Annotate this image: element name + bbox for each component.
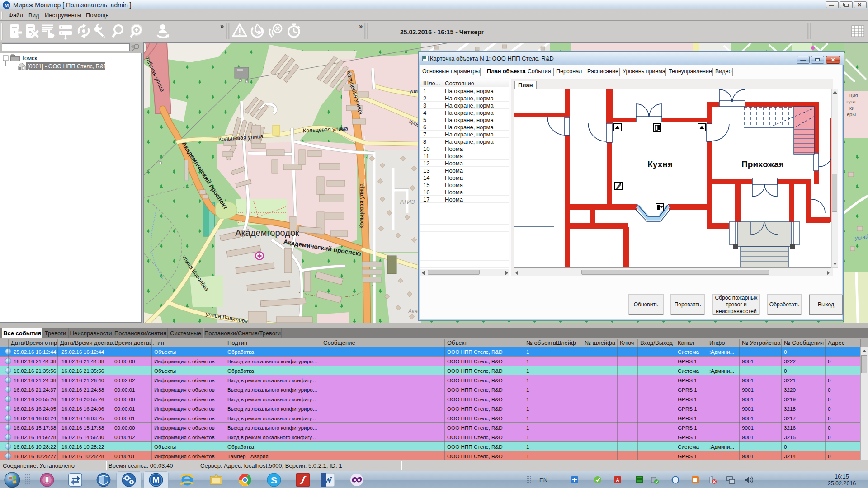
svg-text:A: A [616, 478, 619, 483]
svg-text:Кухня: Кухня [647, 160, 673, 169]
svg-text:»: » [359, 22, 363, 30]
svg-text:25.02.2016: 25.02.2016 [828, 480, 856, 487]
svg-text:W: W [323, 475, 332, 485]
svg-text:Кольцевая улица: Кольцевая улица [359, 183, 365, 229]
svg-text:»: » [220, 22, 224, 30]
svg-text:еры: еры [847, 112, 856, 117]
svg-text:ца: ца [340, 125, 345, 131]
svg-text:16:15: 16:15 [835, 474, 849, 480]
svg-text:АТИЗ: АТИЗ [400, 198, 415, 205]
svg-text:M: M [152, 475, 160, 485]
svg-text:ки: ки [849, 105, 854, 111]
svg-text:EN: EN [539, 477, 547, 483]
svg-text:тута: тута [846, 99, 856, 104]
svg-text:Прихожая: Прихожая [741, 160, 784, 169]
svg-text:M: M [5, 3, 9, 8]
svg-text:S: S [271, 475, 277, 485]
svg-text:ция: ция [849, 93, 858, 98]
svg-text:Академгородок: Академгородок [235, 228, 299, 238]
